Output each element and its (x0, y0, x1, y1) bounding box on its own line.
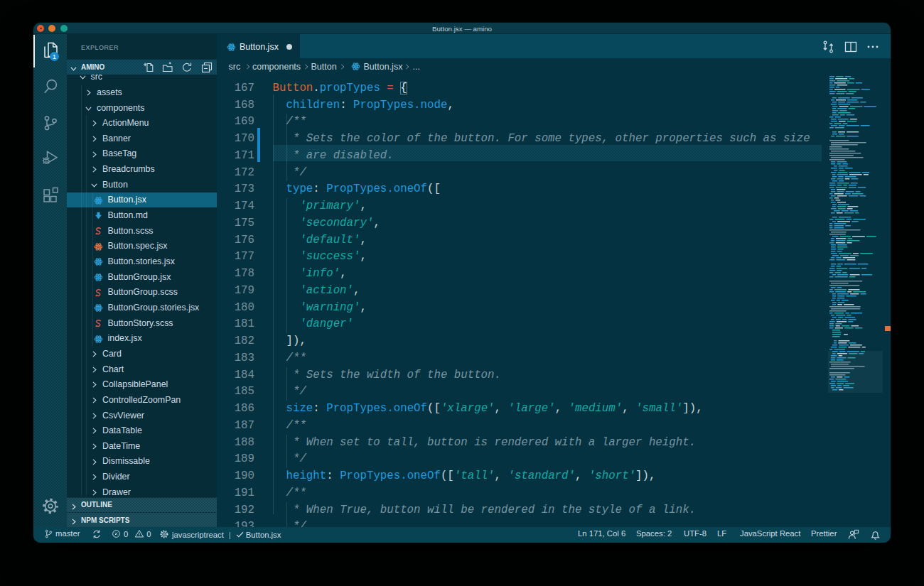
svg-text:1: 1 (52, 53, 55, 60)
